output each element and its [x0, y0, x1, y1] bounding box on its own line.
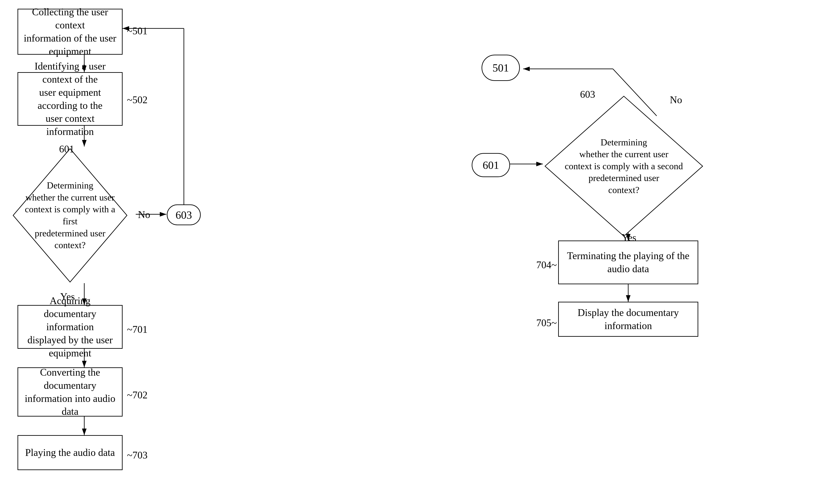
label-601-left: 601 [59, 143, 74, 155]
label-603-right: 603 [580, 89, 595, 100]
box-704: Terminating the playing of the audio dat… [558, 240, 698, 284]
box-501: Collecting the user context information … [18, 9, 123, 55]
box-702: Converting the documentary information i… [18, 367, 123, 416]
label-703: ~703 [127, 449, 148, 461]
label-702: ~702 [127, 389, 148, 401]
no-label-left: No [138, 209, 150, 220]
diamond-603: Determining whether the current user con… [543, 94, 705, 238]
label-502: ~502 [127, 94, 148, 106]
diamond-601: Determining whether the current user con… [11, 146, 129, 284]
circle-601-right: 601 [472, 153, 510, 177]
label-501: ~501 [127, 25, 148, 37]
circle-501-right: 501 [482, 55, 520, 81]
box-705: Display the documentary information [558, 302, 698, 337]
label-704: 704~ [536, 259, 557, 271]
circle-603-left: 603 [167, 204, 201, 225]
box-502: Identifying a user context of the user e… [18, 72, 123, 126]
box-701: Acquiring documentary information displa… [18, 305, 123, 349]
box-703: Playing the audio data [18, 435, 123, 470]
label-705: 705~ [536, 317, 557, 329]
label-701: ~701 [127, 324, 148, 335]
